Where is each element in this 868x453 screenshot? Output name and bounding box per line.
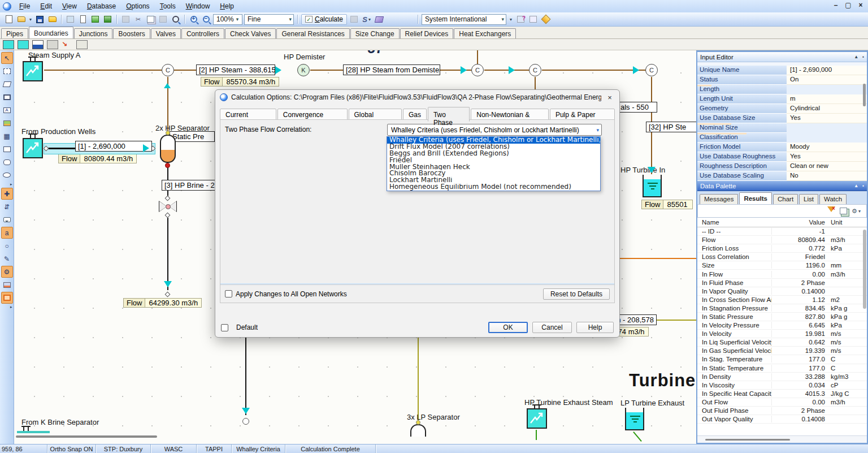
dropdown-option[interactable]: Beggs and Brill (Extended Regions) [387,150,600,157]
hp-turbine-in-icon[interactable] [643,179,662,197]
results-vscrollbar[interactable] [863,230,866,309]
tab-pipes[interactable]: Pipes [1,28,28,38]
result-row[interactable]: In Cross Section Flow Area1.12m2 [697,296,867,304]
menu-view[interactable]: View [57,1,82,12]
list-report-icon[interactable] [528,14,539,24]
reset-defaults-button[interactable]: Reset to Defaults [543,288,610,300]
boundary-outlet-button[interactable] [47,40,58,49]
result-row[interactable]: -- ID ---1 [697,227,867,236]
pipe-550-label[interactable]: als - 550 [618,102,657,113]
cancel-button[interactable]: Cancel [532,322,572,333]
help-button[interactable]: Help [576,322,614,333]
print-preview-icon[interactable] [77,14,88,24]
tab-boundaries[interactable]: Boundaries [29,27,73,38]
tab-valves[interactable]: Valves [151,28,181,38]
result-row[interactable]: In Specific Heat Capacity4015.3J/kg C [697,390,867,398]
quality-select[interactable]: Fine▾ [244,14,294,25]
hp-separator-icon[interactable] [160,135,176,163]
dropdown-option[interactable]: Whalley Criteria (uses Friedel, Chisholm… [387,137,600,144]
input-row[interactable]: Use Database ScalingNo [697,171,867,181]
tab-two-phase[interactable]: Two Phase [428,107,470,122]
tab-relief-devices[interactable]: Relief Devices [400,28,454,38]
dialog-titlebar[interactable]: Calculation Options: C:\Program Files (x… [215,90,619,105]
input-row[interactable]: Nominal Size1200 mm [697,123,867,133]
tab-list[interactable]: List [799,194,818,204]
result-row[interactable]: In Gas Superficial Velocity19.339m/s [697,347,867,355]
menu-options[interactable]: Options [121,1,154,12]
menu-edit[interactable]: Edit [35,1,57,12]
lp-turbine-exhaust-label[interactable]: LP Turbine Exhaust [620,399,684,407]
layers-edit-tool-icon[interactable] [1,279,13,291]
input-row[interactable]: Friction ModelMoody [697,143,867,152]
result-row[interactable]: In Static Temperature177.0C [697,364,867,373]
column-name[interactable]: Name [697,219,772,226]
cut-icon[interactable]: ✂ [133,14,144,24]
rail-expand2-icon[interactable]: ▸ [2,305,12,309]
result-row[interactable]: In Stagnation Pressure834.45kPa g [697,304,867,313]
pipe28-label[interactable]: [28] HP Steam from Demister [343,64,440,75]
result-row[interactable]: Out Flow0.00m3/h [697,398,867,407]
save-icon[interactable] [34,14,45,24]
marquee-tool-icon[interactable] [1,65,13,77]
polygon-tool-icon[interactable] [1,78,13,90]
boundary-flare-button[interactable]: ↘ [62,40,73,49]
result-row[interactable]: In Flow0.00m3/h [697,270,867,278]
pipe32-label[interactable]: [32] HP Ste [646,122,696,132]
menu-tools[interactable]: Tools [155,1,181,12]
junction-node-c2[interactable]: C [471,64,484,76]
dropdown-option[interactable]: Chisolm Baroczy [387,170,600,177]
tab-messages[interactable]: Messages [700,194,738,204]
result-row[interactable]: In Static Pressure827.80kPa g [697,313,867,321]
move-tool-icon[interactable]: ✚ [1,188,13,200]
demister-node-k[interactable]: K [297,64,310,76]
copy-icon[interactable] [145,14,156,24]
hp-demister-label[interactable]: HP Demister [284,53,325,61]
menu-help[interactable]: Help [215,1,239,12]
rectangle-tool-icon[interactable] [1,143,13,155]
dropdown-option[interactable]: Muller Steinhagen Heck [387,164,600,171]
calculate-button[interactable]: ✓ Calculate [301,14,347,25]
tab-general-resistances[interactable]: General Resistances [276,28,349,38]
rail-expand-icon[interactable]: ▸ [2,182,12,187]
tappi-status[interactable]: TAPPI [197,445,232,453]
pipe1-label[interactable]: [1] - 2,690,000 [75,141,152,152]
menu-window[interactable]: Window [181,1,215,12]
comment-tool-icon[interactable] [1,214,13,226]
dropdown-option[interactable]: Drift Flux Model (2007 correlations) [387,144,600,150]
data-palette-header[interactable]: Data Palette ▲ ▪ [697,181,867,191]
wasc-status[interactable]: WASC [151,445,197,453]
input-editor-header[interactable]: Input Editor ▲ ▪ [697,52,867,62]
result-row[interactable]: In Stag. Temperature177.0C [697,355,867,364]
tab-junctions[interactable]: Junctions [74,28,113,38]
rounded-rect-tool-icon[interactable] [1,156,13,168]
static-pressure-label[interactable]: Static Pre [170,131,215,142]
input-row[interactable]: GeometryCylindrical [697,104,867,114]
pipe3-flow-box[interactable]: Flow64299.30 m3/h [123,298,202,308]
input-row[interactable]: Length Unitm [697,94,867,104]
input-row[interactable]: StatusOn [697,75,867,85]
column-unit[interactable]: Unit [825,219,867,226]
pen-tool-icon[interactable]: ✎ [1,253,13,265]
new-file-icon[interactable] [3,14,14,24]
result-row[interactable]: In Velocity Pressure6.645kPa [697,321,867,330]
boundary-tank-button[interactable] [3,40,14,49]
result-row[interactable]: Out Fluid Phase2 Phase [697,407,867,415]
result-row[interactable]: Friction Loss0.772kPa [697,244,867,253]
tab-chart[interactable]: Chart [773,194,798,204]
text-tool-icon[interactable]: A [1,104,13,116]
k-brine-icon[interactable] [17,431,50,433]
result-row[interactable]: Size1196.0mm [697,261,867,270]
units-select[interactable]: System International▾ [422,14,506,25]
junction-node-c4[interactable]: C [645,64,658,76]
pin-icon[interactable]: ▪ [862,54,864,59]
junction-node-c1[interactable]: C [162,64,174,76]
tab-heat-exchangers[interactable]: Heat Exchangers [454,28,516,38]
open-caret-icon[interactable]: ▾ [28,14,33,24]
copy-results-icon[interactable] [840,208,847,214]
ellipse-tool-icon[interactable] [1,169,13,181]
input-row[interactable]: Use Database RoughnessYes [697,152,867,162]
layout-icon[interactable] [65,14,76,24]
zoom-in-icon[interactable]: + [188,14,199,24]
pointer-tool-icon[interactable]: ↖ [1,52,13,64]
production-wells-icon[interactable] [23,138,43,158]
